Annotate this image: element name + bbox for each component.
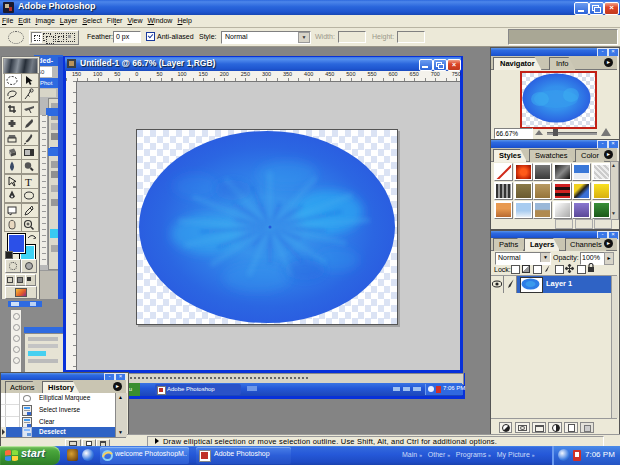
svg-text:T: T	[25, 176, 32, 188]
